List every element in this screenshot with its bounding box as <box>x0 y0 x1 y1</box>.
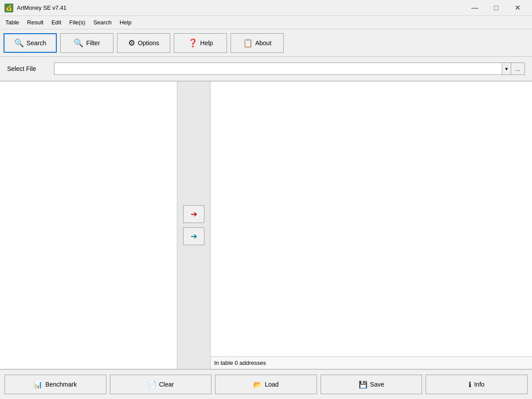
about-button[interactable]: 📋 About <box>231 33 284 53</box>
title-bar: 💰 ArtMoney SE v7.41 — □ ✕ <box>0 0 532 16</box>
options-button[interactable]: ⚙ Options <box>117 33 170 53</box>
help-button[interactable]: ❓ Help <box>174 33 227 53</box>
about-button-label: About <box>255 39 272 47</box>
select-file-input[interactable] <box>54 63 502 75</box>
red-arrow-button[interactable]: ➔ <box>183 205 204 223</box>
title-bar-left: 💰 ArtMoney SE v7.41 <box>4 4 66 12</box>
right-panel-content <box>211 82 532 356</box>
search-button-label: Search <box>27 39 46 47</box>
select-file-row: Select File ▼ ... <box>0 57 532 82</box>
main-content: ➔ ➔ In table 0 addresses <box>0 82 532 369</box>
help-button-label: Help <box>200 39 213 47</box>
load-button[interactable]: 📂 Load <box>215 375 317 394</box>
menu-item-result[interactable]: Result <box>23 18 47 27</box>
bottom-toolbar: 📊 Benchmark 📄 Clear 📂 Load 💾 Save ℹ Info <box>0 369 532 399</box>
save-icon: 💾 <box>359 380 368 389</box>
clear-label: Clear <box>159 381 174 388</box>
filter-button[interactable]: 🔍 Filter <box>60 33 113 53</box>
middle-panel: ➔ ➔ <box>177 82 211 369</box>
options-button-label: Options <box>138 39 159 47</box>
info-button[interactable]: ℹ Info <box>426 375 528 394</box>
maximize-button[interactable]: □ <box>486 2 506 14</box>
right-panel: In table 0 addresses <box>211 82 532 369</box>
menu-item-table[interactable]: Table <box>2 18 23 27</box>
teal-arrow-icon: ➔ <box>191 231 197 241</box>
menu-item-edit[interactable]: Edit <box>48 18 65 27</box>
about-icon: 📋 <box>243 38 253 48</box>
title-bar-controls: — □ ✕ <box>465 2 528 14</box>
search-icon: 🔍 <box>14 38 24 48</box>
status-bar: In table 0 addresses <box>211 356 532 369</box>
app-icon: 💰 <box>4 4 13 12</box>
menu-item-files[interactable]: File(s) <box>66 18 89 27</box>
menu-item-search[interactable]: Search <box>90 18 115 27</box>
benchmark-icon: 📊 <box>34 380 43 389</box>
load-icon: 📂 <box>253 380 262 389</box>
close-button[interactable]: ✕ <box>507 2 528 14</box>
options-icon: ⚙ <box>128 38 135 48</box>
benchmark-button[interactable]: 📊 Benchmark <box>4 375 106 394</box>
search-button[interactable]: 🔍 Search <box>4 33 57 53</box>
info-icon: ℹ <box>469 380 471 389</box>
menu-item-help[interactable]: Help <box>116 18 135 27</box>
benchmark-label: Benchmark <box>45 381 77 388</box>
info-label: Info <box>474 381 484 388</box>
filter-icon: 🔍 <box>74 38 83 48</box>
save-button[interactable]: 💾 Save <box>321 375 422 394</box>
select-file-dropdown-button[interactable]: ▼ <box>502 63 511 75</box>
status-text: In table 0 addresses <box>214 360 266 366</box>
red-arrow-icon: ➔ <box>191 209 197 219</box>
select-file-input-wrap: ▼ ... <box>54 63 525 75</box>
select-file-browse-button[interactable]: ... <box>511 63 525 75</box>
menu-bar: Table Result Edit File(s) Search Help <box>0 16 532 29</box>
load-label: Load <box>265 381 278 388</box>
clear-icon: 📄 <box>148 380 156 389</box>
select-file-label: Select File <box>7 65 47 72</box>
clear-button[interactable]: 📄 Clear <box>110 375 212 394</box>
toolbar: 🔍 Search 🔍 Filter ⚙ Options ❓ Help 📋 Abo… <box>0 29 532 57</box>
minimize-button[interactable]: — <box>465 2 485 14</box>
help-icon: ❓ <box>188 38 198 48</box>
left-panel <box>0 82 177 369</box>
teal-arrow-button[interactable]: ➔ <box>183 227 204 245</box>
filter-button-label: Filter <box>86 39 100 47</box>
save-label: Save <box>370 381 384 388</box>
window-title: ArtMoney SE v7.41 <box>17 4 66 11</box>
